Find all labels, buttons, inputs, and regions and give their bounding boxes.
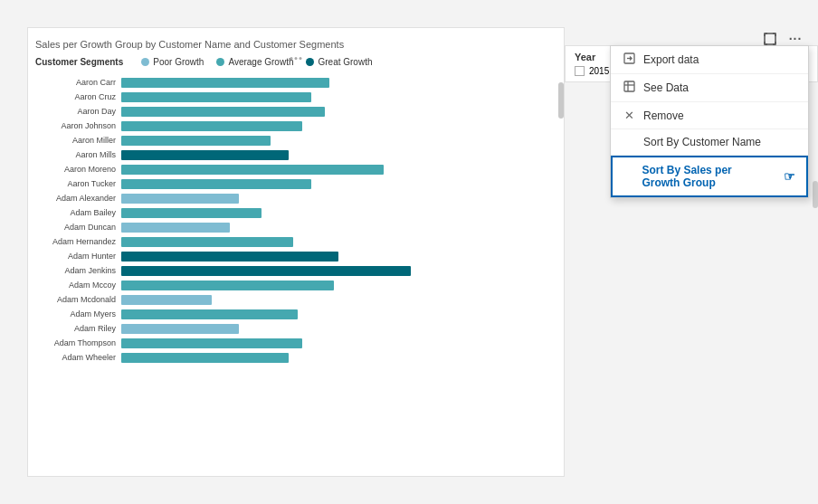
- bar-fill[interactable]: [121, 194, 239, 204]
- bar-row: Adam Mccoy: [35, 279, 556, 291]
- right-panel: ··· Year 2015 Export data: [565, 0, 818, 504]
- legend-label-poor: Poor Growth: [153, 57, 204, 67]
- bar-label: Adam Myers: [35, 309, 121, 319]
- bar-fill[interactable]: [121, 353, 289, 363]
- see-data-icon: [622, 81, 636, 95]
- bar-row: Aaron Johnson: [35, 119, 556, 132]
- bar-label: Adam Bailey: [35, 208, 121, 217]
- bar-row: Adam Duncan: [35, 221, 556, 233]
- bar-fill[interactable]: [121, 237, 293, 247]
- legend-label-great: Great Growth: [318, 57, 372, 67]
- bar-fill[interactable]: [121, 281, 334, 290]
- bar-fill[interactable]: [121, 266, 411, 276]
- bar-row: Adam Alexander: [35, 192, 556, 204]
- bar-fill[interactable]: [121, 208, 262, 218]
- bar-label: Adam Hunter: [35, 252, 121, 261]
- menu-see-data[interactable]: See Data: [611, 74, 808, 102]
- bar-label: Aaron Day: [35, 107, 121, 116]
- bar-fill[interactable]: [121, 309, 298, 319]
- legend-dot-poor: [141, 58, 149, 66]
- bar-track: [121, 78, 556, 88]
- bar-row: Aaron Tucker: [35, 177, 556, 190]
- bar-fill[interactable]: [121, 136, 271, 146]
- bar-fill[interactable]: [121, 179, 311, 189]
- bar-track: [121, 295, 556, 305]
- bar-fill[interactable]: [121, 121, 302, 131]
- bar-label: Adam Mcdonald: [35, 295, 121, 304]
- right-panel-scroll[interactable]: [813, 181, 818, 208]
- bar-row: Aaron Carr: [35, 76, 556, 89]
- bar-track: [121, 179, 556, 189]
- bar-row: Adam Hernandez: [35, 235, 556, 248]
- bar-track: [121, 237, 556, 247]
- context-menu: Export data See Data ✕ Remove Sort By: [610, 45, 809, 198]
- legend-item-great: Great Growth: [306, 57, 372, 67]
- bar-track: [121, 324, 556, 334]
- bar-fill[interactable]: [121, 107, 325, 117]
- bar-fill[interactable]: [121, 295, 212, 305]
- bar-label: Adam Duncan: [35, 223, 121, 232]
- bar-track: [121, 107, 556, 117]
- bar-label: Aaron Carr: [35, 78, 121, 87]
- year-checkbox-2015[interactable]: [575, 66, 585, 76]
- menu-remove[interactable]: ✕ Remove: [611, 102, 808, 129]
- chart-panel: Sales per Growth Group by Customer Name …: [27, 27, 565, 477]
- menu-export-data[interactable]: Export data: [611, 46, 808, 74]
- bar-track: [121, 266, 556, 276]
- bar-row: Adam Riley: [35, 322, 556, 335]
- menu-sort-customer-name-label: Sort By Customer Name: [643, 136, 761, 148]
- bar-label: Adam Wheeler: [35, 353, 121, 362]
- menu-sort-sales-label: Sort By Sales per Growth Group: [642, 164, 771, 189]
- bar-label: Aaron Cruz: [35, 92, 121, 101]
- bar-fill[interactable]: [121, 78, 329, 88]
- bar-row: Adam Myers: [35, 308, 556, 320]
- bar-track: [121, 121, 556, 131]
- bar-label: Adam Thompson: [35, 338, 121, 347]
- bar-track: [121, 208, 556, 218]
- menu-export-label: Export data: [643, 53, 699, 66]
- bar-track: [121, 165, 556, 175]
- bar-track: [121, 338, 556, 348]
- bar-fill[interactable]: [121, 92, 311, 102]
- bar-label: Aaron Miller: [35, 136, 121, 145]
- svg-rect-3: [624, 81, 634, 91]
- bar-track: [121, 150, 556, 160]
- bar-row: Aaron Mills: [35, 148, 556, 161]
- bar-fill[interactable]: [121, 223, 230, 233]
- bar-fill[interactable]: [121, 252, 338, 262]
- bar-track: [121, 223, 556, 233]
- bar-row: Aaron Day: [35, 105, 556, 118]
- drag-handle[interactable]: [290, 57, 302, 60]
- bar-fill[interactable]: [121, 324, 239, 334]
- menu-sort-sales-growth[interactable]: Sort By Sales per Growth Group ☞: [611, 156, 808, 197]
- bar-row: Aaron Cruz: [35, 90, 556, 103]
- more-icon: ···: [789, 32, 803, 46]
- year-label-2015: 2015: [589, 66, 609, 76]
- bar-label: Aaron Mills: [35, 150, 121, 159]
- menu-remove-label: Remove: [643, 109, 684, 122]
- bar-row: Adam Bailey: [35, 206, 556, 219]
- chart-body: Aaron CarrAaron CruzAaron DayAaron Johns…: [35, 76, 556, 364]
- bar-fill[interactable]: [121, 338, 302, 348]
- menu-sort-customer-name[interactable]: Sort By Customer Name: [611, 129, 808, 156]
- bar-track: [121, 252, 556, 262]
- chart-title: Sales per Growth Group by Customer Name …: [35, 39, 556, 50]
- bar-track: [121, 309, 556, 319]
- bar-fill[interactable]: [121, 165, 384, 175]
- bar-row: Aaron Miller: [35, 134, 556, 147]
- svg-rect-0: [765, 33, 775, 44]
- bar-row: Adam Thompson: [35, 337, 556, 349]
- bar-track: [121, 353, 556, 363]
- bar-row: Adam Wheeler: [35, 351, 556, 364]
- legend-item-poor: Poor Growth: [141, 57, 204, 67]
- bar-fill[interactable]: [121, 150, 289, 160]
- bar-track: [121, 136, 556, 146]
- remove-icon: ✕: [622, 109, 636, 122]
- bar-track: [121, 92, 556, 102]
- bar-row: Adam Jenkins: [35, 264, 556, 277]
- bar-track: [121, 281, 556, 290]
- bar-row: Aaron Moreno: [35, 163, 556, 176]
- scroll-handle[interactable]: [558, 82, 564, 119]
- legend-label-average: Average Growth: [228, 57, 293, 67]
- cursor-icon: ☞: [784, 169, 795, 184]
